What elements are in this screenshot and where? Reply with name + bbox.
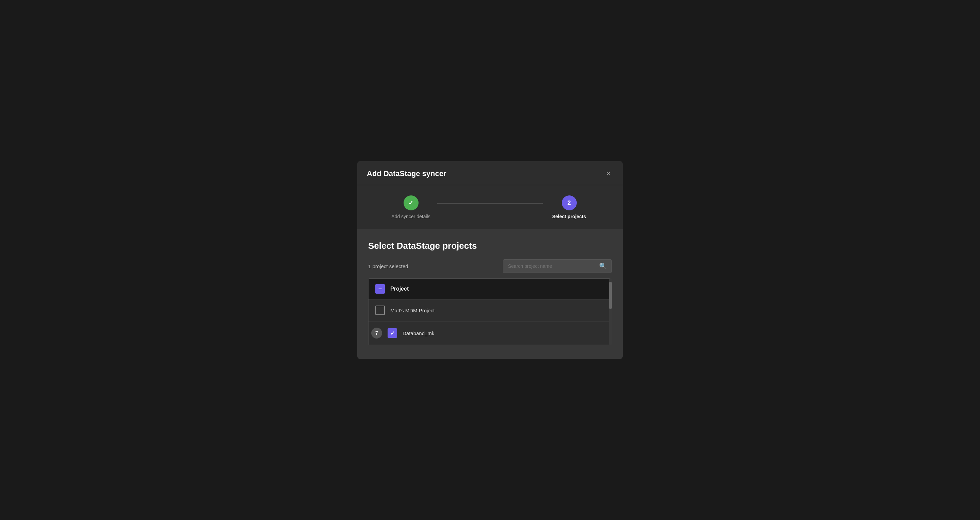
step-2-label: Select projects [552, 214, 586, 219]
step-1-label: Add syncer details [391, 214, 430, 219]
toolbar: 1 project selected 🔍 [368, 259, 612, 273]
modal-title: Add DataStage syncer [367, 169, 447, 178]
scrollbar-thumb[interactable] [609, 282, 612, 309]
search-box[interactable]: 🔍 [503, 259, 612, 273]
table-header-row[interactable]: Project [369, 279, 611, 300]
project-matt-name: Matt's MDM Project [390, 308, 434, 313]
column-project-header: Project [390, 286, 409, 292]
close-button[interactable]: × [603, 168, 613, 179]
stepper: ✓ Add syncer details 2 Select projects [357, 185, 623, 230]
search-input[interactable] [508, 263, 596, 269]
selected-count-label: 1 project selected [368, 263, 408, 269]
modal-dialog: Add DataStage syncer × ✓ Add syncer deta… [357, 161, 623, 359]
table-row[interactable]: 7 Databand_mk [369, 322, 611, 345]
project-table-container: Project Matt's MDM Project 7 Databand_mk [368, 278, 612, 345]
search-icon: 🔍 [599, 262, 607, 270]
modal-content: Select DataStage projects 1 project sele… [357, 230, 623, 359]
step-1-circle: ✓ [404, 195, 418, 210]
scrollbar[interactable] [609, 278, 612, 345]
step-2-circle: 2 [562, 195, 577, 210]
step-1: ✓ Add syncer details [385, 195, 437, 219]
step-2: 2 Select projects [543, 195, 595, 219]
project-matt-checkbox[interactable] [375, 306, 385, 315]
project-databand-checkbox[interactable] [388, 328, 397, 338]
project-databand-number: 7 [371, 328, 382, 339]
select-all-checkbox[interactable] [375, 284, 385, 294]
table-row[interactable]: Matt's MDM Project [369, 300, 611, 322]
section-title: Select DataStage projects [368, 241, 612, 251]
modal-header: Add DataStage syncer × [357, 161, 623, 185]
project-databand-name: Databand_mk [402, 330, 434, 336]
project-table: Project Matt's MDM Project 7 Databand_mk [368, 278, 612, 345]
step-connector [437, 203, 543, 204]
